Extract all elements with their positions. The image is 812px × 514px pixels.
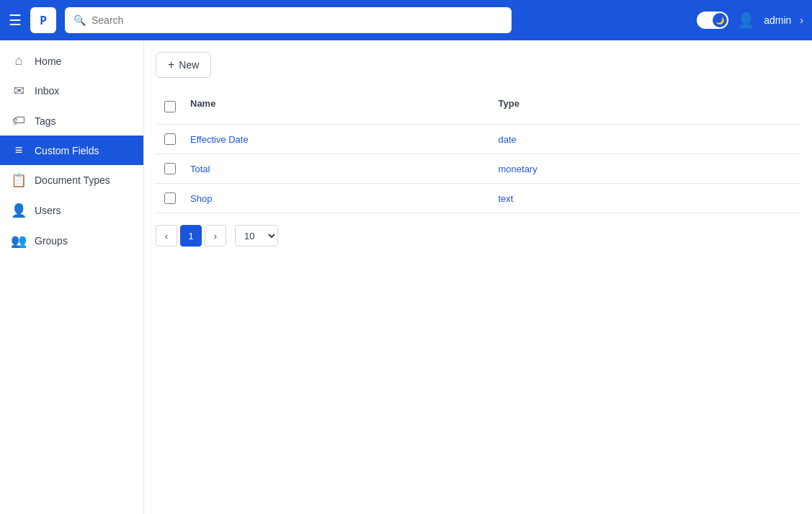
theme-toggle[interactable]: 🌙 <box>697 12 728 29</box>
page-size-select[interactable]: 10 25 50 100 <box>235 225 278 247</box>
new-button-icon: + <box>168 58 174 71</box>
sidebar-item-groups[interactable]: 👥 Groups <box>0 226 143 256</box>
prev-page-button[interactable]: ‹ <box>156 225 177 247</box>
search-bar: 🔍 <box>65 7 512 33</box>
row-1-checkbox-cell <box>156 128 184 151</box>
row-3-name[interactable]: Shop <box>184 187 493 210</box>
sidebar-item-custom-fields-label: Custom Fields <box>35 145 99 156</box>
topbar-right: 🌙 👤 admin › <box>697 12 803 29</box>
topbar: ☰ P 🔍 🌙 👤 admin › <box>0 0 812 40</box>
sidebar: ⌂ Home ✉ Inbox 🏷 Tags ≡ Custom Fields 📋 … <box>0 40 144 514</box>
new-button-label: New <box>179 59 199 71</box>
custom-fields-table: Name Type Effective Date date Total mone… <box>156 89 800 213</box>
type-column-header: Type <box>493 95 801 118</box>
sidebar-item-inbox[interactable]: ✉ Inbox <box>0 76 143 106</box>
menu-icon[interactable]: ☰ <box>9 12 22 29</box>
header-checkbox-cell <box>156 95 184 118</box>
next-page-button[interactable]: › <box>205 225 226 247</box>
tags-icon: 🏷 <box>12 113 26 128</box>
sidebar-item-document-types[interactable]: 📋 Document Types <box>0 165 143 195</box>
row-2-checkbox[interactable] <box>164 163 176 174</box>
user-icon: 👤 <box>737 12 755 29</box>
row-3-checkbox[interactable] <box>164 192 176 204</box>
sidebar-item-home[interactable]: ⌂ Home <box>0 46 143 76</box>
page-1-button[interactable]: 1 <box>180 225 202 247</box>
user-menu-chevron[interactable]: › <box>800 14 803 26</box>
sidebar-item-inbox-label: Inbox <box>35 85 59 97</box>
table-row: Total monetary <box>156 154 800 184</box>
username-label: admin <box>764 14 791 26</box>
sidebar-item-home-label: Home <box>35 56 61 67</box>
row-2-name[interactable]: Total <box>184 158 493 180</box>
search-icon: 🔍 <box>73 14 86 26</box>
row-1-type: date <box>493 128 801 151</box>
app-logo: P <box>30 7 56 33</box>
row-3-checkbox-cell <box>156 187 184 210</box>
pagination: ‹ 1 › 10 25 50 100 <box>156 225 800 247</box>
new-button[interactable]: + New <box>156 52 211 78</box>
table-header: Name Type <box>156 89 800 125</box>
main-content: + New Name Type Effective Date date Tota… <box>144 40 812 514</box>
document-types-icon: 📋 <box>12 172 26 188</box>
row-3-type: text <box>493 187 801 210</box>
search-input[interactable] <box>92 14 503 26</box>
inbox-icon: ✉ <box>12 83 26 99</box>
sidebar-item-custom-fields[interactable]: ≡ Custom Fields <box>0 136 143 165</box>
sidebar-item-tags-label: Tags <box>35 115 56 127</box>
users-icon: 👤 <box>12 203 26 218</box>
sidebar-item-document-types-label: Document Types <box>35 174 110 186</box>
row-2-checkbox-cell <box>156 157 184 180</box>
custom-fields-icon: ≡ <box>12 143 26 158</box>
row-2-type: monetary <box>493 158 801 180</box>
home-icon: ⌂ <box>12 53 26 68</box>
sidebar-item-users[interactable]: 👤 Users <box>0 195 143 226</box>
sidebar-item-tags[interactable]: 🏷 Tags <box>0 106 143 136</box>
table-row: Effective Date date <box>156 125 800 154</box>
groups-icon: 👥 <box>12 233 26 249</box>
select-all-checkbox[interactable] <box>164 101 176 112</box>
row-1-checkbox[interactable] <box>164 133 176 145</box>
sidebar-item-users-label: Users <box>35 205 61 216</box>
table-row: Shop text <box>156 184 800 213</box>
theme-toggle-knob: 🌙 <box>713 13 727 27</box>
name-column-header: Name <box>184 95 493 118</box>
sidebar-item-groups-label: Groups <box>35 235 68 247</box>
row-1-name[interactable]: Effective Date <box>184 128 493 151</box>
